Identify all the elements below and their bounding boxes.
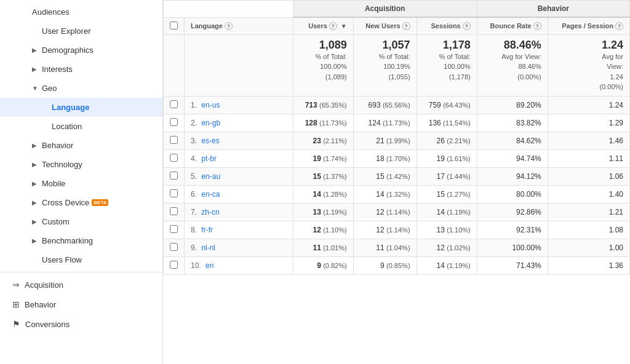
row-checkbox[interactable] [170, 261, 178, 269]
chevron-right-icon: ▶ [32, 180, 39, 187]
language-link[interactable]: pt-br [201, 154, 217, 163]
row-checkbox[interactable] [170, 136, 178, 144]
row-checkbox-cell[interactable] [164, 239, 185, 256]
language-help-icon[interactable]: ? [225, 22, 233, 30]
chevron-right-icon: ▶ [32, 142, 39, 149]
row-checkbox-cell[interactable] [164, 167, 185, 185]
row-users-value: 11 [313, 243, 321, 252]
row-users-cell: 128 (11.73%) [293, 114, 353, 132]
select-all-checkbox[interactable] [170, 22, 178, 30]
sidebar-item-conversions[interactable]: ⚑ Conversions [0, 314, 162, 334]
row-sessions-cell: 136 (11.54%) [417, 114, 477, 132]
row-users-cell: 13 (1.19%) [293, 203, 353, 221]
pages-session-help-icon[interactable]: ? [615, 22, 623, 30]
bounce-rate-col-header[interactable]: Bounce Rate ? [477, 17, 548, 34]
row-new-users-value: 11 [376, 243, 384, 252]
sidebar-item-cross-device[interactable]: ▶ Cross Device BETA [0, 193, 162, 212]
table-row: 1. en-us 713 (65.35%) 693 (65.56%) 759 (… [164, 96, 630, 114]
language-col-header[interactable]: Language ? [185, 17, 293, 34]
row-checkbox-cell[interactable] [164, 114, 185, 132]
language-link[interactable]: zh-cn [201, 208, 219, 216]
sidebar-item-users-flow[interactable]: Users Flow [0, 250, 162, 269]
totals-sessions-cell: 1,178 % of Total:100.00%(1,178) [417, 34, 477, 96]
language-link[interactable]: es-es [201, 136, 219, 145]
sidebar-item-location[interactable]: Location [0, 117, 162, 136]
row-users-value: 713 [305, 101, 317, 109]
sidebar-item-benchmarking[interactable]: ▶ Benchmarking [0, 231, 162, 250]
row-users-value: 12 [313, 226, 321, 234]
row-new-users-pct: (11.73%) [383, 119, 410, 127]
users-col-header[interactable]: Users ? ▼ [293, 17, 353, 34]
row-bounce-value: 94.74% [516, 154, 541, 163]
row-checkbox[interactable] [170, 100, 178, 108]
row-sessions-pct: (1.61%) [447, 155, 471, 162]
row-checkbox-cell[interactable] [164, 96, 185, 114]
row-new-users-pct: (0.85%) [386, 262, 410, 269]
chevron-right-icon: ▶ [32, 199, 39, 206]
row-checkbox-cell[interactable] [164, 221, 185, 239]
sidebar-item-technology[interactable]: ▶ Technology [0, 155, 162, 174]
language-link[interactable]: en-au [201, 172, 220, 181]
language-link[interactable]: fr-fr [201, 226, 213, 234]
sessions-col-header[interactable]: Sessions ? [417, 17, 477, 34]
language-link[interactable]: en-us [201, 101, 220, 109]
sidebar-item-geo[interactable]: ▼ Geo [0, 79, 162, 98]
language-link[interactable]: en-ca [201, 190, 220, 199]
row-new-users-cell: 11 (1.04%) [353, 239, 417, 256]
pages-session-col-header[interactable]: Pages / Session ? [548, 17, 629, 34]
row-checkbox-cell[interactable] [164, 185, 185, 203]
sidebar-item-behavior-section[interactable]: ⊞ Behavior [0, 295, 162, 314]
row-bounce-value: 100.00% [512, 243, 541, 252]
new-users-col-header[interactable]: New Users ? [353, 17, 417, 34]
row-checkbox[interactable] [170, 243, 178, 251]
row-pages-value: 1.46 [609, 136, 623, 145]
language-link[interactable]: nl-nl [201, 243, 215, 252]
row-users-cell: 12 (1.10%) [293, 221, 353, 239]
row-checkbox-cell[interactable] [164, 132, 185, 149]
language-link[interactable]: en-gb [201, 119, 220, 127]
row-new-users-cell: 9 (0.85%) [353, 256, 417, 274]
row-checkbox-cell[interactable] [164, 256, 185, 274]
row-bounce-value: 92.31% [516, 226, 541, 234]
row-checkbox[interactable] [170, 189, 178, 197]
sort-desc-icon[interactable]: ▼ [341, 23, 347, 30]
row-users-pct: (2.11%) [323, 137, 347, 144]
row-bounce-value: 71.43% [516, 261, 541, 270]
sidebar-item-language[interactable]: Language [0, 98, 162, 117]
row-sessions-cell: 12 (1.02%) [417, 239, 477, 256]
sidebar-item-custom[interactable]: ▶ Custom [0, 212, 162, 231]
row-new-users-cell: 12 (1.14%) [353, 221, 417, 239]
row-users-cell: 23 (2.11%) [293, 132, 353, 149]
new-users-help-icon[interactable]: ? [402, 22, 410, 30]
checkbox-header[interactable] [164, 17, 185, 34]
totals-new-users-value: 1,057 [360, 39, 410, 52]
language-link[interactable]: en [205, 261, 213, 270]
row-checkbox[interactable] [170, 118, 178, 126]
totals-bounce-cell: 88.46% Avg for View:88.46%(0.00%) [477, 34, 548, 96]
row-checkbox-cell[interactable] [164, 203, 185, 221]
conversions-icon: ⚑ [12, 319, 20, 329]
row-language-cell: 10. en [185, 256, 293, 274]
row-new-users-value: 12 [376, 208, 384, 216]
row-checkbox-cell[interactable] [164, 149, 185, 167]
sidebar-item-demographics[interactable]: ▶ Demographics [0, 41, 162, 60]
sidebar-item-interests[interactable]: ▶ Interests [0, 60, 162, 79]
row-number: 10. [191, 261, 201, 270]
row-bounce-value: 92.86% [516, 208, 541, 216]
sidebar-item-acquisition[interactable]: ⇒ Acquisition [0, 275, 162, 295]
totals-sessions-value: 1,178 [423, 39, 471, 52]
row-checkbox[interactable] [170, 225, 178, 233]
row-checkbox[interactable] [170, 172, 178, 180]
sidebar-item-user-explorer[interactable]: User Explorer [0, 22, 162, 41]
row-new-users-cell: 124 (11.73%) [353, 114, 417, 132]
sidebar-item-mobile[interactable]: ▶ Mobile [0, 174, 162, 193]
row-checkbox[interactable] [170, 207, 178, 215]
sidebar-item-behavior[interactable]: ▶ Behavior [0, 136, 162, 155]
row-number: 6. [191, 190, 197, 199]
row-checkbox[interactable] [170, 154, 178, 162]
bounce-rate-help-icon[interactable]: ? [533, 22, 541, 30]
sessions-help-icon[interactable]: ? [463, 22, 471, 30]
users-help-icon[interactable]: ? [329, 22, 337, 30]
sidebar-item-audiences[interactable]: Audiences [0, 2, 162, 22]
row-number: 9. [191, 243, 197, 252]
